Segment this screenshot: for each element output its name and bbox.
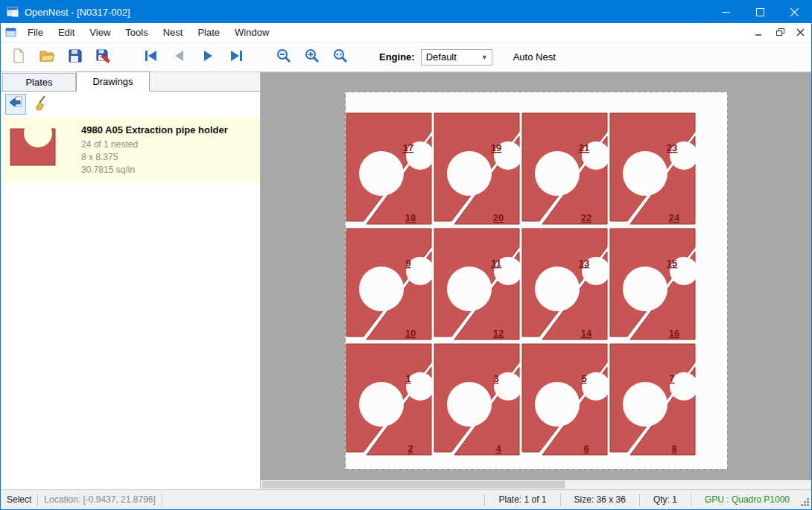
- go-next-icon: [200, 48, 216, 67]
- resize-grip[interactable]: [800, 497, 810, 509]
- part-number: 1: [405, 373, 410, 384]
- mdi-restore-button[interactable]: [770, 23, 790, 42]
- nested-pair[interactable]: 78: [610, 344, 698, 455]
- go-previous-icon: [171, 48, 188, 67]
- part-size: 8 x 8.375: [81, 151, 228, 164]
- chevron-down-icon: ▼: [478, 54, 492, 61]
- import-drawing-button[interactable]: [5, 94, 26, 115]
- part-number: 20: [492, 212, 503, 223]
- part-notch: [359, 382, 404, 427]
- status-qty: Qty: 1: [646, 494, 685, 505]
- plate-parts: 171819202122232491011121314151612345678: [346, 113, 698, 455]
- status-separator: [162, 494, 162, 506]
- part-number: 12: [492, 328, 503, 339]
- status-mode: Select: [7, 494, 31, 505]
- clear-button[interactable]: [31, 94, 51, 115]
- go-last-icon: [228, 48, 244, 67]
- mdi-close-button[interactable]: [790, 23, 811, 42]
- engine-value: Default: [426, 51, 457, 63]
- part-number: 15: [666, 258, 676, 269]
- broom-icon: [33, 95, 49, 114]
- nested-pair[interactable]: 1112: [434, 229, 522, 340]
- tab-drawings[interactable]: Drawings: [76, 71, 150, 92]
- part-thumbnail: [8, 123, 60, 172]
- part-number: 13: [578, 258, 589, 269]
- close-button[interactable]: [777, 1, 811, 23]
- part-number: 9: [405, 258, 410, 269]
- mdi-child-icon: [5, 27, 17, 39]
- scrollbar-thumb[interactable]: [262, 481, 565, 488]
- nested-pair[interactable]: 1718: [346, 113, 434, 224]
- zoom-out-icon: [276, 48, 292, 67]
- status-separator: [560, 494, 561, 506]
- title-bar: OpenNest - [N0317-002]: [1, 1, 811, 23]
- new-button[interactable]: [7, 45, 31, 69]
- menu-view[interactable]: View: [82, 24, 118, 41]
- nesting-canvas[interactable]: 171819202122232491011121314151612345678: [261, 72, 811, 489]
- status-plate: Plate: 1 of 1: [491, 494, 554, 505]
- menu-nest[interactable]: Nest: [156, 24, 191, 41]
- new-icon: [10, 48, 27, 67]
- open-icon: [39, 48, 55, 67]
- part-notch: [623, 267, 667, 311]
- menu-bar: File Edit View Tools Nest Plate Window: [1, 23, 811, 42]
- zoom-in-button[interactable]: [300, 45, 324, 69]
- nested-pair[interactable]: 34: [434, 344, 522, 455]
- part-number: 8: [671, 443, 676, 454]
- part-number: 7: [669, 373, 674, 384]
- app-icon: [7, 6, 19, 18]
- go-previous-button[interactable]: [168, 45, 191, 69]
- menu-plate[interactable]: Plate: [190, 24, 227, 41]
- minimize-button[interactable]: [708, 1, 743, 23]
- part-number: 4: [495, 443, 501, 454]
- engine-select[interactable]: Default ▼: [421, 49, 492, 66]
- save-icon: [67, 48, 83, 67]
- nested-pair[interactable]: 1314: [522, 229, 610, 340]
- menu-edit[interactable]: Edit: [51, 24, 82, 41]
- part-notch: [359, 151, 404, 196]
- part-notch: [623, 382, 667, 427]
- window-title: OpenNest - [N0317-002]: [25, 7, 130, 18]
- panel-toolbar: [1, 92, 260, 117]
- part-number: 21: [578, 142, 589, 153]
- nested-pair[interactable]: 1920: [434, 113, 522, 224]
- panel-tabs: Plates Drawings: [1, 72, 260, 92]
- main-toolbar: Engine: Default ▼ Auto Nest: [1, 42, 811, 72]
- save-button[interactable]: [63, 45, 87, 69]
- save-edit-button[interactable]: [92, 45, 115, 69]
- nested-pair[interactable]: 2122: [522, 113, 610, 224]
- status-separator: [37, 494, 38, 506]
- parts-panel: Plates Drawings 4980: [1, 72, 261, 489]
- go-next-button[interactable]: [196, 45, 220, 69]
- tab-plates[interactable]: Plates: [2, 73, 76, 91]
- mdi-minimize-button[interactable]: [749, 23, 770, 42]
- menu-tools[interactable]: Tools: [118, 24, 155, 41]
- part-notch: [535, 382, 580, 427]
- part-number: 6: [583, 443, 589, 454]
- nested-pair[interactable]: 12: [346, 344, 434, 455]
- nested-pair[interactable]: 1516: [610, 229, 698, 340]
- menu-window[interactable]: Window: [227, 24, 276, 41]
- zoom-fit-button[interactable]: [329, 45, 352, 69]
- plate: 171819202122232491011121314151612345678: [345, 92, 728, 470]
- open-button[interactable]: [35, 45, 59, 69]
- zoom-fit-icon: [332, 48, 349, 67]
- go-first-button[interactable]: [139, 45, 163, 69]
- nested-pair[interactable]: 2324: [610, 113, 698, 224]
- auto-nest-button[interactable]: Auto Nest: [509, 48, 560, 66]
- part-notch: [535, 151, 580, 196]
- maximize-button[interactable]: [743, 1, 777, 23]
- menu-file[interactable]: File: [20, 24, 51, 41]
- part-notch: [447, 382, 492, 427]
- nested-pair[interactable]: 910: [346, 229, 434, 340]
- save-edit-icon: [95, 48, 112, 67]
- drawing-list-item[interactable]: 4980 A05 Extraction pipe holder 24 of 1 …: [1, 117, 260, 182]
- part-info: 4980 A05 Extraction pipe holder 24 of 1 …: [81, 123, 228, 176]
- horizontal-scrollbar[interactable]: [261, 480, 811, 489]
- part-notch: [447, 151, 492, 196]
- status-separator: [639, 494, 640, 506]
- zoom-in-icon: [304, 48, 320, 67]
- go-last-button[interactable]: [224, 45, 248, 69]
- zoom-out-button[interactable]: [272, 45, 296, 69]
- nested-pair[interactable]: 56: [522, 344, 610, 455]
